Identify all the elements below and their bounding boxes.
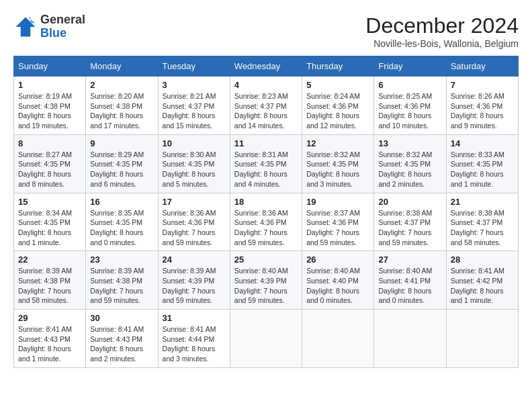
day-info: Sunrise: 8:38 AM Sunset: 4:37 PM Dayligh… [378, 208, 441, 248]
day-number: 18 [234, 197, 298, 207]
calendar-cell: 13 Sunrise: 8:32 AM Sunset: 4:35 PM Dayl… [374, 134, 446, 193]
page-header: General Blue December 2024 Noville-les-B… [13, 13, 519, 49]
day-number: 7 [451, 80, 514, 90]
day-number: 15 [18, 197, 81, 207]
day-info: Sunrise: 8:40 AM Sunset: 4:39 PM Dayligh… [234, 266, 298, 306]
day-info: Sunrise: 8:32 AM Sunset: 4:35 PM Dayligh… [378, 150, 441, 189]
day-info: Sunrise: 8:39 AM Sunset: 4:38 PM Dayligh… [18, 266, 81, 306]
day-number: 14 [451, 138, 514, 148]
svg-marker-0 [16, 17, 36, 36]
logo-general-text: General [40, 13, 85, 26]
calendar-cell: 9 Sunrise: 8:29 AM Sunset: 4:35 PM Dayli… [86, 134, 158, 193]
day-info: Sunrise: 8:25 AM Sunset: 4:36 PM Dayligh… [378, 91, 441, 131]
day-number: 13 [378, 138, 441, 148]
day-number: 30 [90, 313, 153, 323]
day-info: Sunrise: 8:41 AM Sunset: 4:42 PM Dayligh… [451, 266, 514, 306]
dow-header-sunday: Sunday [14, 56, 86, 77]
calendar-cell: 26 Sunrise: 8:40 AM Sunset: 4:40 PM Dayl… [302, 251, 374, 310]
calendar-cell: 16 Sunrise: 8:35 AM Sunset: 4:35 PM Dayl… [86, 193, 158, 251]
day-number: 4 [234, 80, 298, 90]
day-info: Sunrise: 8:30 AM Sunset: 4:35 PM Dayligh… [163, 150, 226, 189]
day-number: 29 [18, 313, 81, 323]
day-number: 5 [306, 80, 369, 90]
day-info: Sunrise: 8:40 AM Sunset: 4:41 PM Dayligh… [378, 266, 441, 306]
day-info: Sunrise: 8:31 AM Sunset: 4:35 PM Dayligh… [234, 150, 298, 189]
day-number: 25 [234, 255, 298, 265]
day-info: Sunrise: 8:41 AM Sunset: 4:44 PM Dayligh… [163, 324, 226, 364]
day-info: Sunrise: 8:24 AM Sunset: 4:36 PM Dayligh… [306, 91, 369, 131]
calendar-table: SundayMondayTuesdayWednesdayThursdayFrid… [13, 56, 519, 368]
calendar-cell: 8 Sunrise: 8:27 AM Sunset: 4:35 PM Dayli… [14, 134, 86, 193]
calendar-cell: 7 Sunrise: 8:26 AM Sunset: 4:36 PM Dayli… [446, 77, 518, 135]
calendar-cell: 12 Sunrise: 8:32 AM Sunset: 4:35 PM Dayl… [302, 134, 374, 193]
day-info: Sunrise: 8:29 AM Sunset: 4:35 PM Dayligh… [90, 150, 153, 189]
day-info: Sunrise: 8:40 AM Sunset: 4:40 PM Dayligh… [306, 266, 369, 306]
calendar-cell: 19 Sunrise: 8:37 AM Sunset: 4:36 PM Dayl… [302, 193, 374, 251]
calendar-cell: 18 Sunrise: 8:36 AM Sunset: 4:36 PM Dayl… [230, 193, 302, 251]
title-block: December 2024 Noville-les-Bois, Wallonia… [365, 13, 519, 49]
day-number: 3 [163, 80, 226, 90]
calendar-cell: 6 Sunrise: 8:25 AM Sunset: 4:36 PM Dayli… [374, 77, 446, 135]
dow-header-tuesday: Tuesday [158, 56, 230, 77]
month-title: December 2024 [365, 13, 519, 38]
dow-header-monday: Monday [86, 56, 158, 77]
logo: General Blue [13, 13, 85, 40]
day-info: Sunrise: 8:26 AM Sunset: 4:36 PM Dayligh… [451, 91, 514, 131]
dow-header-thursday: Thursday [302, 56, 374, 77]
day-info: Sunrise: 8:21 AM Sunset: 4:37 PM Dayligh… [163, 91, 226, 131]
day-number: 19 [306, 197, 369, 207]
calendar-cell [374, 310, 446, 368]
day-info: Sunrise: 8:33 AM Sunset: 4:35 PM Dayligh… [451, 150, 514, 189]
calendar-cell: 29 Sunrise: 8:41 AM Sunset: 4:43 PM Dayl… [14, 310, 86, 368]
day-number: 22 [18, 255, 81, 265]
calendar-cell: 1 Sunrise: 8:19 AM Sunset: 4:38 PM Dayli… [14, 77, 86, 135]
calendar-cell: 22 Sunrise: 8:39 AM Sunset: 4:38 PM Dayl… [14, 251, 86, 310]
day-number: 6 [378, 80, 441, 90]
calendar-cell: 21 Sunrise: 8:38 AM Sunset: 4:37 PM Dayl… [446, 193, 518, 251]
day-info: Sunrise: 8:20 AM Sunset: 4:38 PM Dayligh… [90, 91, 153, 131]
day-number: 10 [163, 138, 226, 148]
day-number: 23 [90, 255, 153, 265]
day-info: Sunrise: 8:34 AM Sunset: 4:35 PM Dayligh… [18, 208, 81, 248]
dow-header-friday: Friday [374, 56, 446, 77]
calendar-cell: 31 Sunrise: 8:41 AM Sunset: 4:44 PM Dayl… [158, 310, 230, 368]
calendar-week-4: 22 Sunrise: 8:39 AM Sunset: 4:38 PM Dayl… [14, 251, 519, 310]
day-number: 12 [306, 138, 369, 148]
day-info: Sunrise: 8:39 AM Sunset: 4:38 PM Dayligh… [90, 266, 153, 306]
dow-header-wednesday: Wednesday [230, 56, 302, 77]
day-info: Sunrise: 8:36 AM Sunset: 4:36 PM Dayligh… [234, 208, 298, 248]
calendar-cell: 11 Sunrise: 8:31 AM Sunset: 4:35 PM Dayl… [230, 134, 302, 193]
calendar-cell: 14 Sunrise: 8:33 AM Sunset: 4:35 PM Dayl… [446, 134, 518, 193]
calendar-cell [446, 310, 518, 368]
day-info: Sunrise: 8:27 AM Sunset: 4:35 PM Dayligh… [18, 150, 81, 189]
logo-blue-text: Blue [40, 26, 66, 40]
day-number: 27 [378, 255, 441, 265]
dow-header-saturday: Saturday [446, 56, 518, 77]
day-info: Sunrise: 8:32 AM Sunset: 4:35 PM Dayligh… [306, 150, 369, 189]
location-subtitle: Noville-les-Bois, Wallonia, Belgium [365, 38, 519, 49]
calendar-cell: 30 Sunrise: 8:41 AM Sunset: 4:43 PM Dayl… [86, 310, 158, 368]
day-info: Sunrise: 8:35 AM Sunset: 4:35 PM Dayligh… [90, 208, 153, 248]
day-info: Sunrise: 8:41 AM Sunset: 4:43 PM Dayligh… [90, 324, 153, 364]
calendar-cell: 17 Sunrise: 8:36 AM Sunset: 4:36 PM Dayl… [158, 193, 230, 251]
calendar-cell: 2 Sunrise: 8:20 AM Sunset: 4:38 PM Dayli… [86, 77, 158, 135]
day-number: 2 [90, 80, 153, 90]
calendar-cell: 10 Sunrise: 8:30 AM Sunset: 4:35 PM Dayl… [158, 134, 230, 193]
day-number: 21 [451, 197, 514, 207]
calendar-cell: 3 Sunrise: 8:21 AM Sunset: 4:37 PM Dayli… [158, 77, 230, 135]
day-info: Sunrise: 8:19 AM Sunset: 4:38 PM Dayligh… [18, 91, 81, 131]
day-number: 20 [378, 197, 441, 207]
calendar-cell: 24 Sunrise: 8:39 AM Sunset: 4:39 PM Dayl… [158, 251, 230, 310]
day-number: 28 [451, 255, 514, 265]
calendar-week-3: 15 Sunrise: 8:34 AM Sunset: 4:35 PM Dayl… [14, 193, 519, 251]
calendar-cell: 27 Sunrise: 8:40 AM Sunset: 4:41 PM Dayl… [374, 251, 446, 310]
day-number: 24 [163, 255, 226, 265]
day-number: 11 [234, 138, 298, 148]
calendar-cell [230, 310, 302, 368]
day-info: Sunrise: 8:41 AM Sunset: 4:43 PM Dayligh… [18, 324, 81, 364]
day-number: 16 [90, 197, 153, 207]
calendar-week-2: 8 Sunrise: 8:27 AM Sunset: 4:35 PM Dayli… [14, 134, 519, 193]
calendar-cell: 5 Sunrise: 8:24 AM Sunset: 4:36 PM Dayli… [302, 77, 374, 135]
calendar-week-1: 1 Sunrise: 8:19 AM Sunset: 4:38 PM Dayli… [14, 77, 519, 135]
day-number: 17 [163, 197, 226, 207]
